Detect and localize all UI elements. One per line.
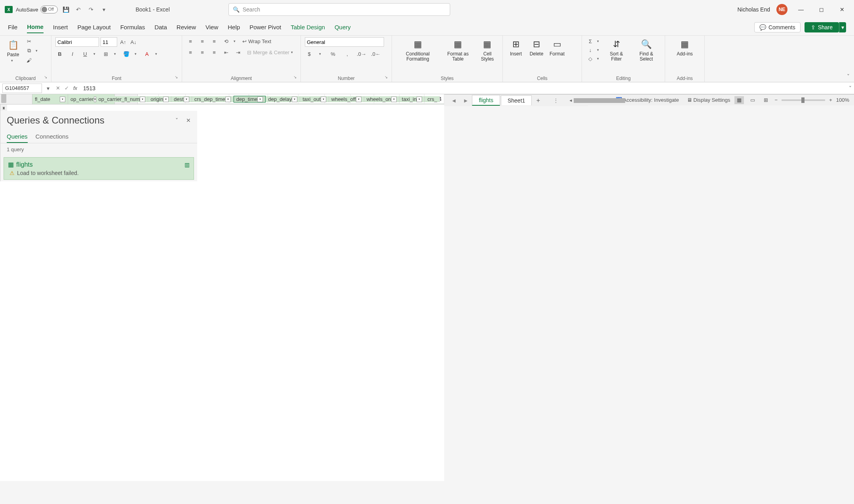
cell[interactable]: 20: [351, 104, 374, 104]
increase-font-icon[interactable]: A↑: [119, 38, 127, 46]
edit-query-icon[interactable]: ▥: [184, 162, 190, 168]
save-icon[interactable]: 💾: [61, 5, 70, 14]
cancel-formula-icon[interactable]: ✕: [54, 84, 62, 92]
page-break-view-icon[interactable]: ⊞: [761, 96, 771, 104]
panel-tab-queries[interactable]: Queries: [7, 131, 28, 143]
filter-dropdown-icon[interactable]: ▾: [140, 97, 145, 102]
autosave-toggle[interactable]: AutoSave Off: [16, 6, 58, 13]
sheet-tab-sheet1[interactable]: Sheet1: [501, 95, 532, 105]
borders-icon[interactable]: ⊞: [101, 50, 110, 58]
filter-dropdown-icon[interactable]: ▾: [60, 97, 65, 102]
cell[interactable]: 2256: [399, 104, 425, 104]
chevron-down-icon[interactable]: ▾: [114, 52, 118, 56]
tab-query[interactable]: Query: [335, 21, 351, 33]
conditional-formatting-button[interactable]: ▦Conditional Formatting: [396, 37, 439, 63]
sheet-nav-next-icon[interactable]: ►: [460, 96, 471, 105]
chevron-down-icon[interactable]: ▾: [234, 39, 238, 43]
filter-dropdown-icon[interactable]: ▾: [257, 97, 263, 102]
tab-review[interactable]: Review: [177, 21, 196, 33]
filter-dropdown-icon[interactable]: ▾: [391, 97, 397, 102]
zoom-in-icon[interactable]: +: [829, 97, 832, 103]
percent-icon[interactable]: %: [329, 50, 337, 58]
zoom-slider[interactable]: [782, 99, 825, 101]
panel-tab-connections[interactable]: Connections: [36, 131, 68, 143]
vertical-scrollbar[interactable]: ▲ ▼: [0, 105, 7, 111]
font-size-select[interactable]: [101, 37, 117, 47]
name-box[interactable]: G1048557: [2, 84, 42, 93]
comments-button[interactable]: 💬Comments: [754, 22, 801, 32]
font-color-icon[interactable]: A: [143, 50, 151, 58]
chevron-down-icon[interactable]: ▾: [36, 49, 40, 53]
horizontal-scrollbar[interactable]: ◄ ►: [567, 98, 580, 103]
column-header-dep-time[interactable]: dep_time▾: [234, 96, 266, 103]
display-settings-button[interactable]: 🖥 Display Settings: [687, 97, 730, 103]
spreadsheet-grid[interactable]: fl_date▾ op_carrier▾ op_carrier_fl_num▾ …: [0, 94, 444, 481]
column-header-fl-num[interactable]: op_carrier_fl_num▾: [96, 96, 148, 102]
user-name[interactable]: Nicholas End: [738, 6, 770, 13]
format-as-table-button[interactable]: ▦Format as Table: [442, 37, 474, 63]
sheet-tab-flights[interactable]: flights: [472, 95, 500, 106]
align-center-icon[interactable]: ≡: [198, 48, 207, 56]
customize-qat-icon[interactable]: ▾: [99, 5, 108, 14]
formula-input[interactable]: 1513: [79, 85, 846, 91]
tab-view[interactable]: View: [205, 21, 218, 33]
column-header-fl-date[interactable]: fl_date▾: [32, 94, 68, 104]
column-header-wheels-off[interactable]: wheels_off▾: [329, 96, 364, 102]
column-header-dep-delay[interactable]: dep_delay▾: [266, 96, 300, 102]
increase-decimal-icon[interactable]: .0→: [357, 50, 366, 58]
cell[interactable]: 2014: [299, 104, 325, 104]
tab-table-design[interactable]: Table Design: [291, 21, 325, 33]
cell[interactable]: 2020: [268, 104, 299, 104]
font-name-select[interactable]: [55, 37, 99, 47]
redo-icon[interactable]: ↷: [86, 5, 96, 14]
accounting-icon[interactable]: $: [305, 50, 314, 58]
decrease-indent-icon[interactable]: ⇤: [222, 48, 230, 56]
merge-center-button[interactable]: ⊟Merge & Center▾: [245, 49, 297, 56]
name-box-dropdown-icon[interactable]: ▾: [44, 85, 51, 91]
column-header-dest[interactable]: dest▾: [171, 96, 192, 102]
tab-page-layout[interactable]: Page Layout: [77, 21, 110, 33]
chevron-down-icon[interactable]: ▾: [11, 59, 15, 63]
dialog-launcher-icon[interactable]: ↘: [44, 75, 49, 80]
italic-button[interactable]: I: [68, 50, 77, 58]
align-top-icon[interactable]: ≡: [186, 37, 195, 45]
autosum-icon[interactable]: Σ: [586, 37, 595, 45]
filter-dropdown-icon[interactable]: ▾: [356, 97, 361, 102]
panel-options-icon[interactable]: ˅: [175, 117, 178, 124]
tab-help[interactable]: Help: [228, 21, 240, 33]
scroll-left-icon[interactable]: ◄: [567, 98, 574, 103]
filter-dropdown-icon[interactable]: ▾: [163, 97, 169, 102]
chevron-down-icon[interactable]: ▾: [319, 52, 323, 56]
align-middle-icon[interactable]: ≡: [198, 37, 207, 45]
sheet-nav-prev-icon[interactable]: ◄: [448, 96, 459, 105]
scroll-down-icon[interactable]: ▼: [0, 105, 7, 111]
comma-icon[interactable]: ,: [343, 50, 352, 58]
chevron-down-icon[interactable]: ▾: [597, 48, 601, 52]
cell[interactable]: AUS: [249, 104, 268, 104]
cut-icon[interactable]: ✂: [25, 37, 33, 45]
delete-cells-button[interactable]: ⊟Delete: [527, 37, 546, 57]
format-cells-button[interactable]: ▭Format: [548, 37, 566, 57]
chevron-down-icon[interactable]: ▾: [597, 57, 601, 61]
tab-home[interactable]: Home: [27, 21, 44, 33]
tab-formulas[interactable]: Formulas: [120, 21, 145, 33]
chevron-down-icon[interactable]: ▾: [93, 52, 97, 56]
toggle-switch-icon[interactable]: Off: [40, 6, 58, 13]
cell[interactable]: EWR: [229, 104, 249, 104]
column-header-wheels-on[interactable]: wheels_on▾: [364, 96, 399, 102]
cell[interactable]: UA: [159, 104, 186, 104]
decrease-decimal-icon[interactable]: .0←: [371, 50, 380, 58]
column-header-crs-arr[interactable]: crs_: [425, 96, 440, 102]
align-right-icon[interactable]: ≡: [210, 48, 219, 56]
undo-icon[interactable]: ↶: [74, 5, 83, 14]
dialog-launcher-icon[interactable]: ↘: [384, 75, 390, 80]
minimize-icon[interactable]: —: [794, 2, 808, 17]
fill-color-icon[interactable]: 🪣: [122, 50, 131, 58]
decrease-font-icon[interactable]: A↓: [129, 38, 138, 46]
column-header-origin[interactable]: origin▾: [148, 96, 171, 102]
fill-icon[interactable]: ↓: [586, 46, 595, 54]
align-bottom-icon[interactable]: ≡: [210, 37, 219, 45]
expand-formula-bar-icon[interactable]: ˅: [846, 85, 854, 91]
collapse-ribbon-icon[interactable]: ˅: [842, 36, 854, 82]
dialog-launcher-icon[interactable]: ↘: [175, 75, 180, 80]
